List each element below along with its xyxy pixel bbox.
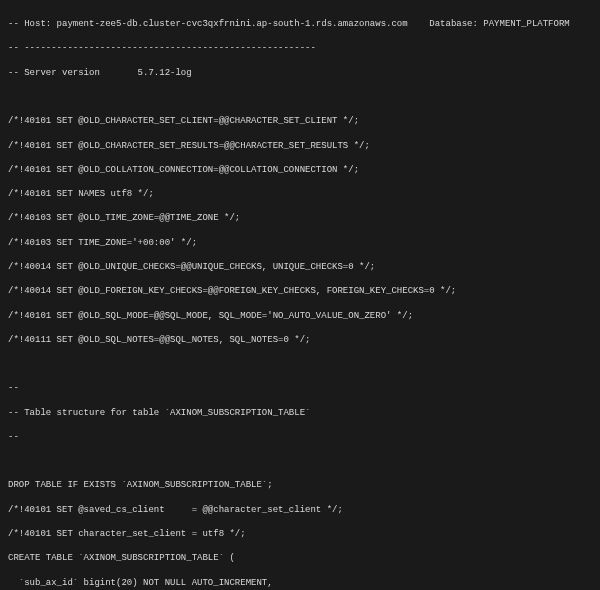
db-value: PAYMENT_PLATFORM [483,19,569,29]
table-structure-title: -- Table structure for table `AXINOM_SUB… [8,407,592,419]
blank-line [8,455,592,467]
comment-dash: -- [8,382,592,394]
ddl-line: `sub_ax_id` bigint(20) NOT NULL AUTO_INC… [8,577,592,589]
host-value: payment-zee5-db.cluster-cvc3qxfrnini.ap-… [57,19,408,29]
ddl-line: /*!40101 SET @saved_cs_client = @@charac… [8,504,592,516]
preset-line: /*!40101 SET @OLD_SQL_MODE=@@SQL_MODE, S… [8,310,592,322]
host-label: -- Host: [8,19,57,29]
preset-line: /*!40014 SET @OLD_UNIQUE_CHECKS=@@UNIQUE… [8,261,592,273]
ddl-line: DROP TABLE IF EXISTS `AXINOM_SUBSCRIPTIO… [8,479,592,491]
db-label: Database: [408,19,484,29]
separator-line: -- -------------------------------------… [8,42,592,54]
blank-line [8,358,592,370]
host-line: -- Host: payment-zee5-db.cluster-cvc3qxf… [8,18,592,30]
preset-line: /*!40101 SET @OLD_COLLATION_CONNECTION=@… [8,164,592,176]
preset-line: /*!40014 SET @OLD_FOREIGN_KEY_CHECKS=@@F… [8,285,592,297]
server-version-line: -- Server version 5.7.12-log [8,67,592,79]
preset-line: /*!40101 SET @OLD_CHARACTER_SET_CLIENT=@… [8,115,592,127]
preset-line: /*!40103 SET @OLD_TIME_ZONE=@@TIME_ZONE … [8,212,592,224]
ddl-line: /*!40101 SET character_set_client = utf8… [8,528,592,540]
comment-dash: -- [8,431,592,443]
preset-line: /*!40101 SET NAMES utf8 */; [8,188,592,200]
blank-line [8,91,592,103]
preset-line: /*!40103 SET TIME_ZONE='+00:00' */; [8,237,592,249]
terminal-output: -- Host: payment-zee5-db.cluster-cvc3qxf… [0,0,600,590]
preset-line: /*!40101 SET @OLD_CHARACTER_SET_RESULTS=… [8,140,592,152]
ddl-line: CREATE TABLE `AXINOM_SUBSCRIPTION_TABLE`… [8,552,592,564]
preset-line: /*!40111 SET @OLD_SQL_NOTES=@@SQL_NOTES,… [8,334,592,346]
